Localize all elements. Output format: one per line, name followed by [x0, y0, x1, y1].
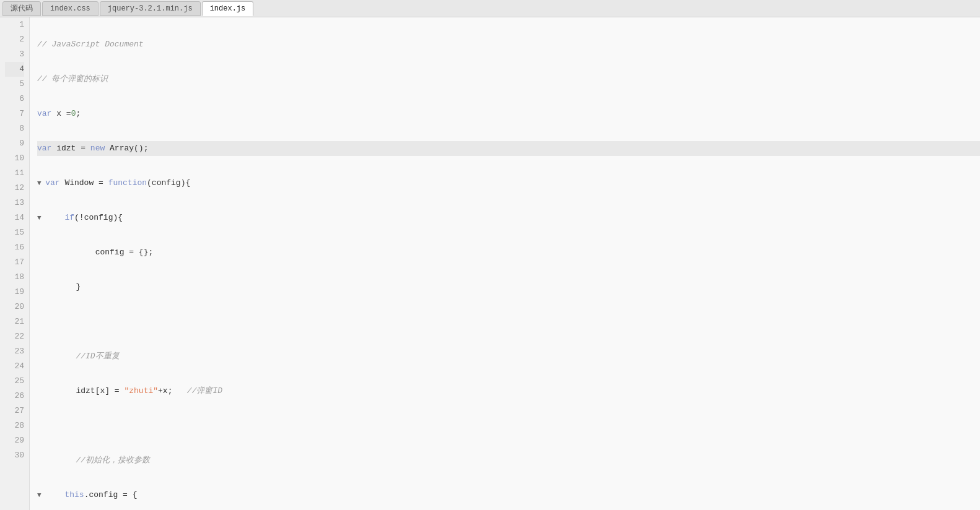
line-num-12: 12 — [5, 181, 24, 196]
line-num-26: 26 — [5, 389, 24, 404]
line-num-17: 17 — [5, 255, 24, 270]
line-num-6: 6 — [5, 92, 24, 106]
tab-index-js[interactable]: index.js — [202, 1, 254, 16]
line-num-19: 19 — [5, 285, 24, 300]
line-num-28: 28 — [5, 418, 24, 433]
code-line-2: // 每个弹窗的标识 — [37, 72, 980, 87]
code-line-11: idzt[x] = "zhuti"+x; //弹窗ID — [37, 384, 980, 399]
tab-source[interactable]: 源代码 — [2, 1, 41, 16]
line-num-10: 10 — [5, 151, 24, 166]
code-line-13: //初始化，接收参数 — [37, 453, 980, 468]
code-line-12 — [37, 418, 980, 433]
tab-jquery[interactable]: jquery-3.2.1.min.js — [100, 1, 201, 16]
line-num-24: 24 — [5, 359, 24, 374]
line-num-20: 20 — [5, 300, 24, 314]
line-num-9: 9 — [5, 136, 24, 151]
code-line-3: var x =0; — [37, 106, 980, 121]
line-num-30: 30 — [5, 448, 24, 463]
code-line-5: ▼ var Window = function(config){ — [37, 176, 980, 191]
line-num-14: 14 — [5, 210, 24, 225]
line-num-3: 3 — [5, 47, 24, 62]
code-line-6: ▼ if(!config){ — [37, 210, 980, 225]
line-num-11: 11 — [5, 166, 24, 181]
code-line-10: //ID不重复 — [37, 349, 980, 364]
line-numbers: 1 2 3 4 5 6 7 8 9 10 11 12 13 14 15 16 1… — [0, 17, 30, 510]
line-num-7: 7 — [5, 106, 24, 121]
code-line-1: // JavaScript Document — [37, 37, 980, 52]
line-num-21: 21 — [5, 314, 24, 329]
code-line-4: var idzt = new Array(); — [37, 141, 980, 156]
line-num-1: 1 — [5, 17, 24, 32]
line-num-2: 2 — [5, 32, 24, 47]
line-num-5: 5 — [5, 77, 24, 92]
line-num-15: 15 — [5, 225, 24, 240]
code-line-8: } — [37, 280, 980, 295]
code-line-7: config = {}; — [37, 245, 980, 260]
line-num-8: 8 — [5, 121, 24, 136]
code-content[interactable]: // JavaScript Document // 每个弹窗的标识 var x … — [30, 17, 980, 510]
tab-index-css[interactable]: index.css — [42, 1, 98, 16]
line-num-27: 27 — [5, 404, 24, 418]
line-num-18: 18 — [5, 270, 24, 285]
line-num-22: 22 — [5, 329, 24, 344]
line-num-25: 25 — [5, 374, 24, 389]
line-num-29: 29 — [5, 433, 24, 448]
tab-bar: 源代码 index.css jquery-3.2.1.min.js index.… — [0, 0, 980, 17]
code-line-9 — [37, 314, 980, 329]
line-num-13: 13 — [5, 196, 24, 210]
code-editor: 1 2 3 4 5 6 7 8 9 10 11 12 13 14 15 16 1… — [0, 17, 980, 510]
code-line-14: ▼ this.config = { — [37, 488, 980, 503]
line-num-4: 4 — [5, 62, 24, 77]
line-num-16: 16 — [5, 240, 24, 255]
line-num-23: 23 — [5, 344, 24, 359]
